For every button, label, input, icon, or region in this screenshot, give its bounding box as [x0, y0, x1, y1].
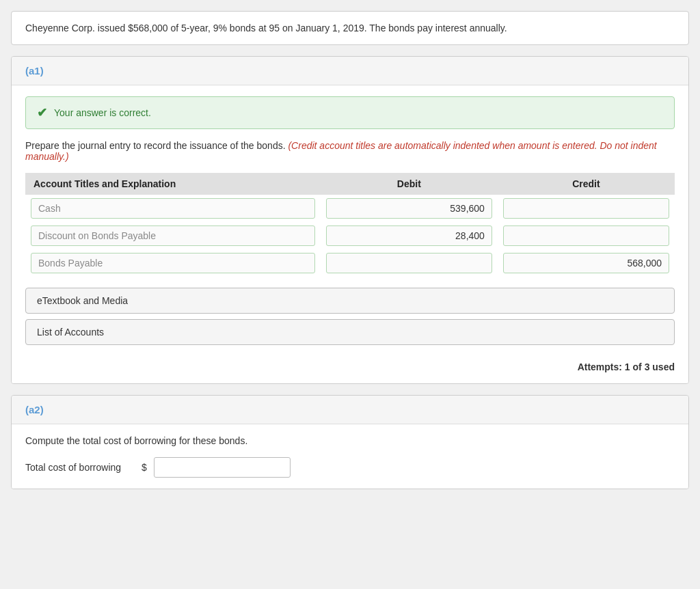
section-a1-body: ✔ Your answer is correct. Prepare the jo… — [12, 85, 688, 383]
borrowing-input[interactable] — [154, 457, 291, 478]
section-a2-body: Compute the total cost of borrowing for … — [12, 424, 688, 489]
col-header-debit: Debit — [321, 173, 498, 195]
list-of-accounts-button[interactable]: List of Accounts — [25, 319, 675, 345]
debit-input-bonds[interactable] — [326, 253, 492, 273]
journal-table: Account Titles and Explanation Debit Cre… — [25, 173, 675, 277]
section-a2-label: (a2) — [25, 404, 44, 415]
problem-text: Cheyenne Corp. issued $568,000 of 5-year… — [25, 23, 507, 33]
account-input-discount[interactable] — [31, 225, 315, 246]
attempts-text: Attempts: 1 of 3 used — [25, 356, 675, 372]
etextbook-button[interactable]: eTextbook and Media — [25, 288, 675, 314]
col-header-credit: Credit — [498, 173, 675, 195]
correct-text: Your answer is correct. — [54, 107, 151, 118]
action-buttons: eTextbook and Media List of Accounts — [25, 288, 675, 345]
instruction-text: Prepare the journal entry to record the … — [25, 140, 675, 162]
debit-input-discount[interactable] — [326, 225, 492, 246]
section-a1-header: (a1) — [12, 57, 688, 85]
instruction-plain: Prepare the journal entry to record the … — [25, 140, 288, 151]
account-input-cash[interactable] — [31, 198, 315, 219]
problem-statement: Cheyenne Corp. issued $568,000 of 5-year… — [11, 11, 689, 45]
credit-input-discount[interactable] — [503, 225, 669, 246]
debit-input-cash[interactable] — [326, 198, 492, 219]
col-header-account: Account Titles and Explanation — [25, 173, 321, 195]
credit-input-bonds[interactable] — [503, 253, 669, 273]
correct-banner: ✔ Your answer is correct. — [25, 96, 675, 129]
section-a2-header: (a2) — [12, 396, 688, 424]
a2-instruction: Compute the total cost of borrowing for … — [25, 435, 675, 446]
table-row — [25, 195, 675, 222]
borrowing-label: Total cost of borrowing — [25, 462, 135, 473]
section-a1: (a1) ✔ Your answer is correct. Prepare t… — [11, 56, 689, 384]
section-a1-label: (a1) — [25, 65, 44, 77]
section-a2: (a2) Compute the total cost of borrowing… — [11, 395, 689, 489]
table-row — [25, 222, 675, 249]
account-input-bonds[interactable] — [31, 253, 315, 273]
borrowing-row: Total cost of borrowing $ — [25, 457, 675, 478]
credit-input-cash[interactable] — [503, 198, 669, 219]
checkmark-icon: ✔ — [37, 105, 47, 120]
dollar-sign: $ — [142, 462, 147, 473]
table-row — [25, 249, 675, 277]
